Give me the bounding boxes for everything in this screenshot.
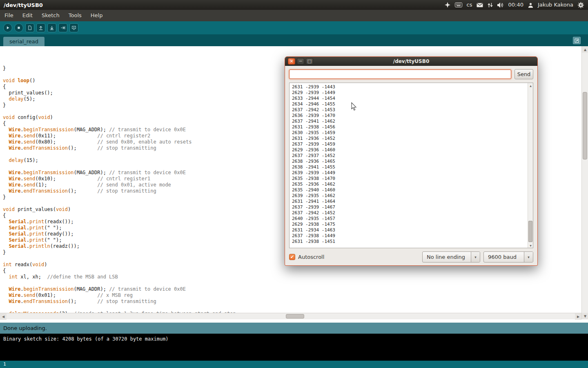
- code-line: [3, 280, 581, 286]
- upload-button[interactable]: [58, 23, 67, 32]
- scroll-up-arrow[interactable]: ▲: [528, 83, 533, 88]
- scroll-left-arrow[interactable]: ◀: [0, 313, 7, 320]
- line-ending-value: No line ending: [423, 252, 471, 262]
- top-panel: /dev/ttyUSB0 cs 00:40 Jakub Kakona: [0, 0, 588, 10]
- line-ending-select[interactable]: No line ending ▾: [422, 251, 480, 263]
- session-gear-icon[interactable]: [578, 2, 584, 8]
- desktop: /dev/ttyUSB0 cs 00:40 Jakub Kakona: [0, 0, 588, 368]
- up-arrow-icon: [38, 25, 43, 30]
- autoscroll-checkbox[interactable]: ✔: [289, 254, 295, 260]
- tab-serial-read[interactable]: serial_read: [3, 37, 45, 46]
- menu-item[interactable]: Sketch: [37, 10, 64, 21]
- code-line: Wire.endTransmission(); // stop transmit…: [3, 298, 581, 305]
- console-output: Binary sketch size: 4208 bytes (of a 307…: [0, 334, 588, 361]
- verify-button[interactable]: [3, 23, 12, 32]
- keyboard-layout-label[interactable]: cs: [467, 0, 472, 10]
- chevron-down-icon[interactable]: ▾: [524, 252, 533, 262]
- code-line: [3, 305, 581, 311]
- serial-monitor-window: × − □ /dev/ttyUSB0 Send 2631 -2939 -1443…: [285, 56, 538, 266]
- mail-icon[interactable]: [477, 3, 483, 7]
- stop-button[interactable]: [14, 23, 23, 32]
- tab-bar: serial_read: [0, 34, 588, 46]
- scroll-down-arrow[interactable]: ▼: [582, 313, 588, 319]
- code-line: Wire.beginTransmission(MAG_ADDR); // tra…: [3, 286, 581, 292]
- serial-monitor-body: Send 2631 -2939 -1443 2629 -2939 -1449 2…: [285, 66, 537, 266]
- new-sketch-button[interactable]: [25, 23, 34, 32]
- menu-item[interactable]: Edit: [18, 10, 37, 21]
- line-number-strip: 1: [0, 361, 588, 368]
- panel-indicators: cs 00:40 Jakub Kakona: [445, 0, 588, 10]
- volume-icon[interactable]: [497, 2, 503, 8]
- autoscroll-label: Autoscroll: [298, 254, 324, 260]
- save-button[interactable]: [47, 23, 56, 32]
- serial-monitor-icon: [71, 25, 76, 30]
- send-button[interactable]: Send: [514, 69, 533, 79]
- serial-monitor-button[interactable]: [69, 23, 78, 32]
- close-button[interactable]: ×: [288, 58, 295, 65]
- horizontal-scroll-thumb[interactable]: [286, 314, 304, 319]
- status-bar: Done uploading.: [0, 323, 588, 334]
- vertical-scroll-thumb[interactable]: [583, 92, 587, 159]
- serial-scroll-thumb[interactable]: [528, 221, 532, 242]
- toolbar: [0, 21, 588, 34]
- right-arrow-icon: [60, 25, 65, 30]
- maximize-button[interactable]: □: [306, 58, 313, 65]
- tab-menu-icon: [575, 38, 579, 43]
- network-sync-icon[interactable]: [488, 2, 493, 8]
- scroll-right-arrow[interactable]: ▶: [575, 313, 581, 320]
- serial-send-input[interactable]: [289, 70, 511, 79]
- menu-item[interactable]: Help: [86, 10, 107, 21]
- chevron-down-icon[interactable]: ▾: [471, 252, 480, 262]
- scroll-down-arrow[interactable]: ▼: [528, 243, 533, 248]
- user-icon[interactable]: [528, 2, 533, 8]
- panel-window-title: /dev/ttyUSB0: [0, 2, 43, 8]
- menubar: FileEditSketchToolsHelp: [0, 10, 588, 21]
- tab-menu-button[interactable]: [573, 37, 581, 44]
- scroll-up-arrow[interactable]: ▲: [582, 46, 588, 53]
- serial-monitor-title: /dev/ttyUSB0: [285, 57, 537, 66]
- open-button[interactable]: [36, 23, 45, 32]
- code-line: Wire.send(0x01); // x MSB reg: [3, 292, 581, 298]
- menu-item[interactable]: File: [0, 10, 18, 21]
- indicator-icon[interactable]: [445, 2, 450, 8]
- menu-item[interactable]: Tools: [64, 10, 86, 21]
- window-buttons: × − □: [288, 58, 313, 65]
- new-file-icon: [27, 25, 32, 30]
- baud-rate-value: 9600 baud: [484, 252, 524, 262]
- minimize-button[interactable]: −: [297, 58, 304, 65]
- clock[interactable]: 00:40: [508, 0, 523, 10]
- play-icon: [5, 25, 10, 30]
- serial-output-area[interactable]: 2631 -2939 -1443 2629 -2939 -1449 2633 -…: [289, 83, 533, 248]
- code-line: {: [3, 268, 581, 274]
- serial-output-scrollbar[interactable]: ▲ ▼: [528, 83, 533, 248]
- username[interactable]: Jakub Kakona: [538, 0, 573, 10]
- stop-icon: [16, 25, 21, 30]
- serial-monitor-titlebar[interactable]: × − □ /dev/ttyUSB0: [285, 57, 537, 66]
- serial-output-text: 2631 -2939 -1443 2629 -2939 -1449 2633 -…: [290, 83, 533, 246]
- editor-horizontal-scrollbar[interactable]: ◀ ▶: [0, 313, 581, 319]
- code-line: int xl, xh; //define the MSB and LSB: [3, 274, 581, 280]
- baud-rate-select[interactable]: 9600 baud ▾: [483, 251, 533, 263]
- editor-vertical-scrollbar[interactable]: ▲ ▼: [581, 46, 588, 319]
- keyboard-icon[interactable]: [455, 2, 462, 7]
- down-arrow-icon: [49, 25, 54, 30]
